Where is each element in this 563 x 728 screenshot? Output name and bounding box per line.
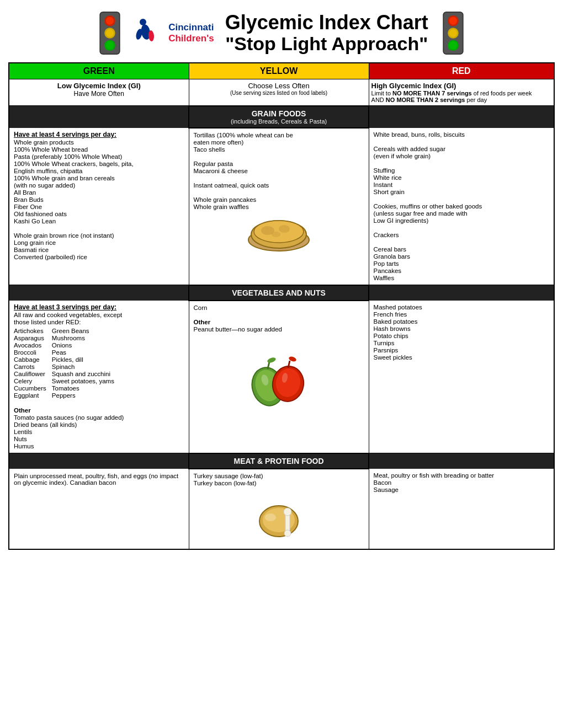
traffic-light-right-icon (439, 11, 467, 55)
meat-red-side (369, 453, 554, 469)
green-gi-title: Low Glycemic Index (GI) (12, 82, 187, 90)
yellow-desc: Choose Less Often (Use serving sizes lis… (189, 79, 369, 106)
svg-point-37 (284, 508, 291, 516)
veg-yellow-content: Corn Other Peanut butter—no sugar added (189, 301, 369, 453)
page-title-line1: Glycemic Index Chart (225, 12, 428, 34)
veg-red-side (369, 285, 554, 301)
grain-green-side (9, 106, 189, 128)
svg-point-5 (106, 29, 114, 37)
red-limit-text: Limit to NO MORE THAN 7 servings of red … (371, 90, 551, 103)
pepper-image (194, 344, 364, 414)
meat-section-title: MEAT & PROTEIN FOOD (189, 453, 369, 469)
green-have-more: Have More Often (12, 90, 187, 98)
bread-icon (246, 215, 312, 254)
grain-content-row: Have at least 4 servings per day: Whole … (9, 128, 554, 285)
grain-yellow-content: Tortillas (100% whole wheat can be eaten… (189, 128, 369, 285)
grain-red-content: White bread, buns, rolls, biscuits Cerea… (369, 128, 554, 285)
meat-image (194, 492, 364, 546)
veg-red-content: Mashed potatoes French fries Baked potat… (369, 301, 554, 453)
veg-col2: Green Beans Mushrooms Onions Peas Pickle… (52, 327, 114, 399)
svg-point-22 (279, 225, 290, 233)
veg-content-row: Have at least 3 servings per day: All ra… (9, 301, 554, 453)
grain-green-content: Have at least 4 servings per day: Whole … (9, 128, 189, 285)
veg-col1: Artichokes Asparagus Avocados Broccoli C… (14, 327, 46, 399)
meat-green-content: Plain unprocessed meat, poultry, fish, a… (9, 469, 189, 549)
pepper-icon (243, 348, 315, 409)
meat-section-header-row: MEAT & PROTEIN FOOD (9, 453, 554, 469)
yellow-header: YELLOW (189, 63, 369, 79)
veg-green-side (9, 285, 189, 301)
meat-green-side (9, 453, 189, 469)
grain-image (194, 211, 364, 259)
veg-green-content: Have at least 3 servings per day: All ra… (9, 301, 189, 453)
column-headers-row: GREEN YELLOW RED (9, 63, 554, 79)
meat-green-text: Plain unprocessed meat, poultry, fish, a… (14, 473, 184, 486)
svg-point-7 (140, 19, 146, 25)
svg-point-23 (272, 232, 280, 237)
veg-section-header-row: VEGETABLES AND NUTS (9, 285, 554, 301)
grain-green-items: Whole grain products 100% Whole Wheat br… (14, 139, 184, 260)
svg-point-38 (284, 530, 291, 537)
grain-section-title: GRAIN FOODS (including Breads, Cereals &… (189, 106, 369, 128)
svg-point-27 (267, 356, 277, 363)
svg-point-16 (449, 29, 457, 37)
main-table: GREEN YELLOW RED Low Glycemic Index (GI)… (8, 62, 555, 550)
page-title-area: Glycemic Index Chart "Stop Light Approac… (225, 12, 428, 55)
grain-section-header-row: GRAIN FOODS (including Breads, Cereals &… (9, 106, 554, 128)
chicken-icon (251, 496, 306, 540)
meat-red-content: Meat, poultry or fish with breading or b… (369, 469, 554, 549)
yellow-serving-note: (Use serving sizes listed on food labels… (192, 90, 367, 96)
svg-point-4 (106, 17, 114, 25)
green-header: GREEN (9, 63, 189, 79)
meat-yellow-content: Turkey sausage (low-fat) Turkey bacon (l… (189, 469, 369, 549)
logo-figure-icon (135, 17, 165, 50)
yellow-choose-less: Choose Less Often (192, 82, 367, 90)
cincinnati-childrens-logo: Cincinnati Children's (135, 17, 214, 50)
column-desc-row: Low Glycemic Index (GI) Have More Often … (9, 79, 554, 106)
veg-two-columns: Artichokes Asparagus Avocados Broccoli C… (14, 327, 184, 399)
veg-section-title: VEGETABLES AND NUTS (189, 285, 369, 301)
meat-content-row: Plain unprocessed meat, poultry, fish, a… (9, 469, 554, 549)
grain-green-subheader: Have at least 4 servings per day: (14, 131, 184, 138)
svg-point-39 (265, 513, 276, 521)
traffic-light-left-icon (96, 11, 124, 55)
grain-red-side (369, 106, 554, 128)
red-gi-title: High Glycemic Index (GI) (371, 82, 551, 90)
veg-green-subheader: Have at least 3 servings per day: (14, 303, 184, 311)
red-desc: High Glycemic Index (GI) Limit to NO MOR… (369, 79, 554, 106)
svg-point-6 (106, 41, 114, 49)
page-header: Cincinnati Children's Glycemic Index Cha… (8, 6, 555, 58)
svg-point-17 (449, 41, 457, 49)
page-title-line2: "Stop Light Approach" (225, 33, 428, 55)
red-header: RED (369, 63, 554, 79)
green-desc: Low Glycemic Index (GI) Have More Often (9, 79, 189, 106)
logo-text: Cincinnati Children's (168, 22, 214, 44)
svg-point-15 (449, 17, 457, 25)
